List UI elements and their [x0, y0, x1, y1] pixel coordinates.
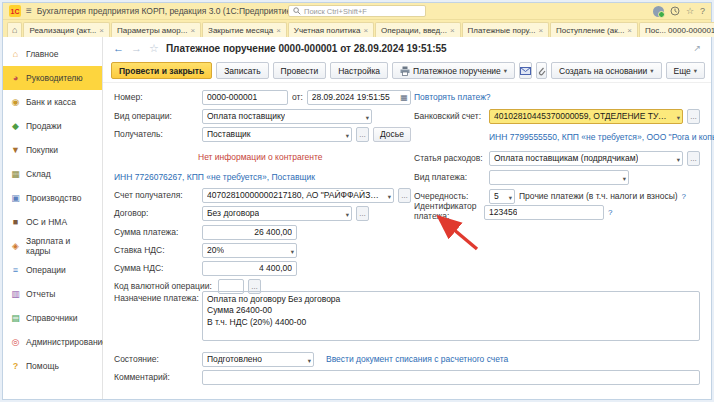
tab-pos-0000-000001[interactable]: Пос... 0000-000001× [639, 22, 714, 37]
payee-select[interactable]: Поставщик▾ [202, 127, 352, 142]
tab-parametry-amort[interactable]: Параметры амор...× [111, 22, 201, 37]
save-button[interactable]: Записать [216, 62, 268, 79]
close-icon[interactable]: × [276, 26, 281, 35]
priority-help-icon[interactable]: ? [682, 192, 686, 201]
titlebar-icons: ☆ ? [653, 6, 705, 17]
contract-choose-button[interactable]: … [356, 206, 369, 221]
close-icon[interactable]: × [627, 26, 632, 35]
chevron-down-icon[interactable]: ▾ [291, 248, 294, 256]
sidebar-item-bank-i-kassa[interactable]: ◉Банк и касса [3, 90, 102, 114]
date-label: от: [292, 92, 303, 102]
history-clock-icon[interactable] [670, 6, 680, 16]
search-icon [293, 7, 301, 15]
sidebar-item-proizvodstvo[interactable]: ▣Производство [3, 186, 102, 210]
expense-item-choose-button[interactable]: … [687, 151, 700, 166]
chevron-down-icon[interactable]: ▾ [677, 114, 680, 122]
post-button[interactable]: Провести [273, 62, 327, 79]
sidebar-item-zarplata-i-kadry[interactable]: ◈Зарплата и кадры [3, 234, 102, 258]
comment-field[interactable] [202, 370, 700, 385]
chevron-down-icon[interactable]: ▾ [308, 357, 311, 365]
tab-postuplenie[interactable]: Поступление (ак...× [550, 22, 638, 37]
titlebar: 1С ≡ Бухгалтерия предприятия КОРП, редак… [3, 3, 711, 20]
payment-id-field[interactable]: 123456 [484, 205, 604, 220]
amount-field[interactable]: 26 400,00 [202, 225, 297, 240]
bank-account-select[interactable]: 40102810445370000059, ОТДЕЛЕНИЕ ТУЛА БАН… [489, 109, 683, 124]
close-icon[interactable]: × [450, 26, 455, 35]
org-inn-link[interactable]: ИНН 7799555550, КПП «не требуется», ООО … [489, 132, 714, 142]
purpose-textarea[interactable]: Оплата по договору Без договора Сумма 26… [202, 291, 700, 341]
sidebar-item-prodazhi[interactable]: ◆Продажи [3, 114, 102, 138]
chevron-down-icon[interactable]: ▾ [346, 211, 349, 219]
expense-item-select[interactable]: Оплата поставщикам (подрядчикам)▾ [489, 151, 683, 166]
sidebar-item-administrirovanie[interactable]: ◎Администрирование [3, 330, 102, 354]
vat-amount-field[interactable]: 4 400,00 [202, 261, 297, 276]
attachments-button[interactable] [536, 62, 547, 79]
close-icon[interactable]: × [190, 26, 195, 35]
repeat-payment-link[interactable]: Повторять платеж? [414, 92, 491, 102]
chevron-down-icon[interactable]: ▾ [346, 132, 349, 140]
counterparty-warning-link[interactable]: Нет информации о контрагенте [198, 152, 323, 162]
print-payment-order-button[interactable]: Платежное поручение▾ [392, 62, 515, 79]
sidebar-item-label: Производство [26, 193, 81, 203]
directories-section-icon: ▤ [10, 314, 21, 323]
close-icon[interactable]: × [363, 26, 368, 35]
open-link-icon[interactable]: ↗ [693, 43, 701, 53]
post-and-close-button[interactable]: Провести и закрыть [111, 62, 212, 79]
close-icon[interactable]: × [99, 26, 104, 35]
chevron-down-icon[interactable]: ▾ [623, 175, 626, 183]
bank-account-choose-button[interactable]: … [687, 109, 700, 124]
sidebar-item-pokupki[interactable]: ▼Покупки [3, 138, 102, 162]
send-email-button[interactable] [519, 62, 532, 79]
chevron-down-icon[interactable]: ▾ [388, 193, 391, 201]
payee-choose-button[interactable]: … [356, 127, 369, 142]
settings-button[interactable]: Настройка [330, 62, 388, 79]
assets-section-icon: ■ [10, 218, 21, 227]
user-avatar-icon[interactable] [653, 6, 664, 17]
sidebar-item-pomosch[interactable]: ?Помощь [3, 354, 102, 378]
sidebar-item-label: ОС и НМА [26, 217, 67, 227]
tab-operacii[interactable]: Операции, введ...× [375, 22, 461, 37]
dossier-button[interactable]: Досье [373, 127, 411, 142]
tab-zakrytie-mesyaca[interactable]: Закрытие месяца× [202, 22, 287, 37]
more-button[interactable]: Еще▾ [666, 62, 706, 79]
operation-kind-select[interactable]: Оплата поставщику▾ [202, 109, 372, 124]
sidebar-item-sklad[interactable]: ▦Склад [3, 162, 102, 186]
chevron-down-icon[interactable]: ▾ [677, 156, 680, 164]
amount-label: Сумма платежа: [114, 227, 198, 237]
sidebar-item-otchety[interactable]: ▥Отчеты [3, 282, 102, 306]
state-select[interactable]: Подготовлено▾ [202, 352, 314, 367]
create-based-on-button[interactable]: Создать на основании▾ [551, 62, 661, 79]
paperclip-icon [537, 66, 546, 76]
payment-id-help-icon[interactable]: ? [608, 208, 612, 217]
manager-section-icon: ◕ [10, 74, 21, 83]
sidebar-item-spravochniki[interactable]: ▤Справочники [3, 306, 102, 330]
close-icon[interactable]: × [538, 26, 543, 35]
vat-rate-select[interactable]: 20%▾ [202, 243, 297, 258]
enter-writeoff-doc-link[interactable]: Ввести документ списания с расчетного сч… [326, 354, 508, 364]
printer-icon [400, 66, 410, 76]
tab-realizaciya[interactable]: Реализация (акт...× [23, 22, 110, 37]
home-tab[interactable]: ⌂ [7, 22, 22, 37]
back-arrow-icon[interactable]: ← [113, 42, 124, 54]
calendar-icon[interactable]: ▦ [400, 93, 408, 102]
sidebar-item-operacii[interactable]: ≡Операции [3, 258, 102, 282]
favorite-star-icon[interactable]: ☆ [149, 42, 159, 55]
number-field[interactable]: 0000-000001 [202, 90, 288, 105]
payee-account-choose-button[interactable]: … [398, 188, 411, 203]
tab-platezhnye-porucheniya[interactable]: Платежные пору...× [462, 22, 550, 37]
payee-inn-link[interactable]: ИНН 7726076267, КПП «не требуется», Пост… [114, 172, 315, 182]
chevron-down-icon[interactable]: ▾ [366, 114, 369, 122]
sidebar-item-glavnoe[interactable]: ⌂Главное [3, 42, 102, 66]
main-menu-icon[interactable]: ≡ [26, 6, 32, 16]
contract-select[interactable]: Без договора▾ [202, 206, 352, 221]
favorites-star-icon[interactable]: ☆ [686, 7, 694, 16]
forward-arrow-icon[interactable]: → [131, 42, 142, 54]
help-icon[interactable]: ? [700, 7, 705, 16]
global-search-input[interactable]: Поиск Ctrl+Shift+F [288, 5, 426, 17]
payment-kind-select[interactable]: ▾ [489, 170, 629, 185]
date-field[interactable]: 28.09.2024 19:51:55▦ [307, 90, 411, 105]
sidebar-item-rukovoditelyu[interactable]: ◕Руководителю [3, 66, 102, 90]
tab-uchetnaya-politika[interactable]: Учетная политика× [288, 22, 374, 37]
sidebar-item-os-i-nma[interactable]: ■ОС и НМА [3, 210, 102, 234]
payee-account-select[interactable]: 40702810000000217180, АО "РАЙФФАЙЗЕНБАНК… [202, 188, 394, 203]
